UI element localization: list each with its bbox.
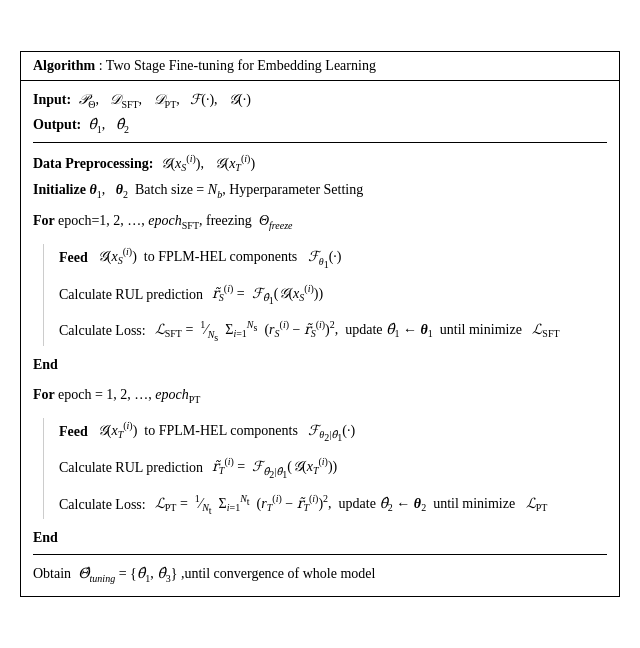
feed2-keyword: Feed [59, 421, 95, 443]
rul1-line: Calculate RUL prediction r̃S(i) = ℱθ̂1(𝒢… [59, 281, 607, 309]
divider-top [33, 142, 607, 143]
initialize-content: θ1, θ2 Batch size = Nb, Hyperparameter S… [89, 179, 363, 203]
input-line: Input: 𝒫Θ, 𝒟SFT, 𝒟PT, ℱ(·), 𝒢(·) [33, 89, 607, 113]
feed2-content: 𝒢(xT(i)) to FPLM-HEL components ℱθ2|θ̂1(… [97, 418, 355, 446]
feed1-keyword: Feed [59, 247, 95, 269]
initialize-line: Initialize θ1, θ2 Batch size = Nb, Hyper… [33, 179, 607, 203]
loss2-content: ℒPT = 1⁄Nt Σi=1Nt (rT(i) − r̃T(i))2, upd… [155, 491, 548, 519]
for1-line: For epoch=1, 2, …, epochSFT, freezing Θf… [33, 210, 607, 234]
output-line: Output: θ̂1, θ̂2 [33, 114, 607, 138]
for2-content: epoch = 1, 2, …, epochPT [58, 384, 200, 408]
input-content: 𝒫Θ, 𝒟SFT, 𝒟PT, ℱ(·), 𝒢(·) [78, 89, 251, 113]
algorithm-title: Algorithm : Two Stage Fine-tuning for Em… [21, 52, 619, 81]
rul2-line: Calculate RUL prediction r̃T(i) = ℱθ̂2|θ… [59, 454, 607, 482]
input-label: Input: [33, 89, 78, 111]
sft-block: Feed 𝒢(xS(i)) to FPLM-HEL components ℱθ1… [43, 244, 607, 345]
data-preprocess-line: Data Preprocessing: 𝒢(xS(i)), 𝒢(xT(i)) [33, 151, 607, 176]
algorithm-colon: : [99, 58, 106, 73]
feed1-content: 𝒢(xS(i)) to FPLM-HEL components ℱθ1(·) [97, 244, 342, 272]
loss1-line: Calculate Loss: ℒSFT = 1⁄Ns Σi=1Ns (rS(i… [59, 317, 607, 345]
for1-content: epoch=1, 2, …, epochSFT, freezing Θfreez… [58, 210, 293, 234]
output-content: θ̂1, θ̂2 [88, 114, 129, 138]
for2-line: For epoch = 1, 2, …, epochPT [33, 384, 607, 408]
rul2-content: r̃T(i) = ℱθ̂2|θ̂1(𝒢(xT(i))) [212, 454, 337, 482]
obtain-line: Obtain Θ̂tuning = {θ̂1, θ̂3} ,until conv… [33, 563, 607, 587]
data-preprocess-label: Data Preprocessing: [33, 153, 160, 175]
rul1-label: Calculate RUL prediction [59, 284, 210, 306]
loss1-label: Calculate Loss: [59, 320, 153, 342]
algorithm-keyword: Algorithm [33, 58, 95, 73]
for2-keyword: For [33, 384, 58, 406]
loss2-line: Calculate Loss: ℒPT = 1⁄Nt Σi=1Nt (rT(i)… [59, 491, 607, 519]
end1-keyword: End [33, 354, 58, 376]
feed2-line: Feed 𝒢(xT(i)) to FPLM-HEL components ℱθ2… [59, 418, 607, 446]
initialize-label: Initialize [33, 179, 89, 201]
feed1-line: Feed 𝒢(xS(i)) to FPLM-HEL components ℱθ1… [59, 244, 607, 272]
divider-bottom [33, 554, 607, 555]
algorithm-title-text: Two Stage Fine-tuning for Embedding Lear… [106, 58, 376, 73]
obtain-content: Θ̂tuning = {θ̂1, θ̂3} ,until convergence… [78, 563, 375, 587]
algorithm-body: Input: 𝒫Θ, 𝒟SFT, 𝒟PT, ℱ(·), 𝒢(·) Output:… [21, 81, 619, 597]
loss2-label: Calculate Loss: [59, 494, 153, 516]
for1-keyword: For [33, 210, 58, 232]
end1-line: End [33, 354, 607, 376]
end2-keyword: End [33, 527, 58, 549]
obtain-label: Obtain [33, 563, 78, 585]
rul2-label: Calculate RUL prediction [59, 457, 210, 479]
data-preprocess-content: 𝒢(xS(i)), 𝒢(xT(i)) [160, 151, 255, 176]
end2-line: End [33, 527, 607, 549]
algorithm-box: Algorithm : Two Stage Fine-tuning for Em… [20, 51, 620, 598]
pt-block: Feed 𝒢(xT(i)) to FPLM-HEL components ℱθ2… [43, 418, 607, 519]
loss1-content: ℒSFT = 1⁄Ns Σi=1Ns (rS(i) − r̃S(i))2, up… [155, 317, 560, 345]
rul1-content: r̃S(i) = ℱθ̂1(𝒢(xS(i))) [212, 281, 323, 309]
output-label: Output: [33, 114, 88, 136]
